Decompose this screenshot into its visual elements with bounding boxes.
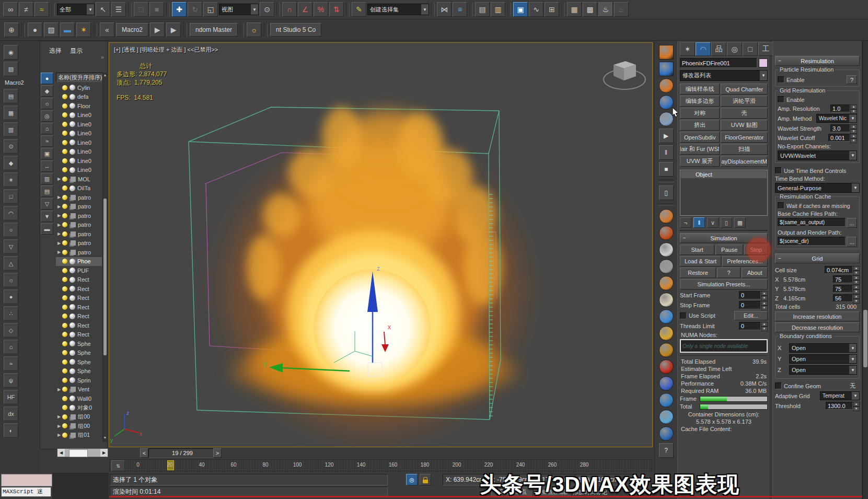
scroll-down-icon[interactable]: ▼ [103, 436, 107, 441]
visibility-bulb-icon[interactable] [62, 177, 67, 182]
left-macro-sphere-icon[interactable]: ● [4, 289, 18, 304]
left-macro-list-icon[interactable]: ▤ [4, 89, 18, 103]
left-macro-dome-icon[interactable]: ◠ [4, 206, 18, 221]
stack-item-object[interactable]: Object [681, 171, 767, 178]
select-by-name-icon[interactable]: ☰ [111, 2, 126, 17]
rollout-resimulation[interactable]: −Resimulation [775, 56, 860, 66]
select-object-icon[interactable]: ↖ [96, 2, 110, 17]
stop-frame-spinner[interactable]: ▲▼ [761, 301, 768, 309]
scroll-up-icon[interactable]: ▲ [103, 73, 107, 78]
base-path-field[interactable]: $(same_as_output) [778, 218, 846, 227]
macro2-button[interactable]: Macro2 [116, 23, 148, 37]
time-slider-field[interactable]: 19 / 299 [148, 448, 216, 458]
display-containers-toggle[interactable]: ▤ [41, 185, 53, 197]
list-item[interactable]: Line0 [56, 166, 102, 175]
pin-stack-icon[interactable]: ¬ [680, 217, 691, 228]
left-macro-image-icon[interactable]: ▧ [4, 62, 18, 76]
phoenix-pause-icon[interactable]: ‖ [659, 145, 674, 160]
unlink-selection-icon[interactable]: ≠ [19, 2, 33, 17]
filter-combo-toggle[interactable]: ▼ [41, 211, 53, 222]
modifier-button[interactable]: OpenSubdiv [680, 132, 720, 143]
filter-toggle[interactable]: ▽ [41, 198, 53, 210]
list-item[interactable]: Sphe [56, 357, 102, 367]
visibility-bulb-icon[interactable] [62, 396, 67, 401]
edit-named-selection-icon[interactable]: ✎ [352, 2, 366, 17]
left-macro-particles-icon[interactable]: ∴ [4, 306, 18, 321]
object-name-field[interactable]: PhoenixFDFire001 [680, 58, 757, 68]
list-item[interactable]: Sprin [56, 376, 102, 385]
visibility-bulb-icon[interactable] [62, 122, 67, 127]
list-item[interactable]: Line0 [56, 129, 102, 138]
select-and-move-icon[interactable]: ✚ [172, 2, 187, 17]
modifier-button[interactable]: UVW 展开 [680, 156, 720, 167]
wavelet-cutoff-spinner[interactable]: ▲▼ [850, 134, 857, 142]
selection-window-icon[interactable]: ■ [149, 2, 164, 17]
bind-to-space-warp-icon[interactable]: ≈ [34, 2, 49, 17]
axis-spinner[interactable]: ▲▼ [853, 285, 860, 293]
spinner-snap-icon[interactable]: ⇅ [329, 2, 344, 17]
visibility-bulb-icon[interactable] [62, 387, 67, 392]
left-macro-target-icon[interactable]: ⊙ [4, 139, 18, 154]
visibility-bulb-icon[interactable] [62, 185, 67, 191]
modifier-button[interactable]: Quad Chamfer [721, 84, 768, 95]
visibility-bulb-icon[interactable] [62, 85, 67, 90]
list-item[interactable]: Sphe [56, 349, 102, 358]
visibility-bulb-icon[interactable] [62, 433, 67, 438]
list-item[interactable]: ▶patro [56, 202, 102, 212]
trackbar-config-icon[interactable]: ⇅ [111, 460, 125, 471]
list-item[interactable]: Line0 [56, 147, 102, 157]
visibility-bulb-icon[interactable] [62, 277, 67, 282]
modifier-button[interactable]: 编辑样条线 [680, 84, 720, 95]
list-item[interactable]: ▶patro [56, 239, 102, 248]
scroll-thumb[interactable] [69, 449, 88, 457]
visibility-bulb-icon[interactable] [62, 213, 67, 218]
sim-pause-button[interactable]: Pause [715, 245, 743, 255]
tab-modify[interactable]: ◠ [696, 42, 711, 56]
visibility-bulb-icon[interactable] [62, 240, 67, 246]
modifier-button[interactable]: UVW 贴图 [721, 120, 768, 131]
list-item[interactable]: ▶patro [56, 229, 102, 239]
list-item[interactable]: Rect [56, 294, 102, 303]
rendered-frame-window-icon[interactable]: ▩ [583, 2, 597, 17]
amp-resolution-field[interactable]: 1.0 [830, 105, 850, 112]
list-item[interactable]: ▶patro [56, 211, 102, 221]
increase-resolution-button[interactable]: Increase resolution [775, 311, 860, 321]
axis-count-field[interactable]: 75 [833, 285, 853, 293]
expand-arrow-icon[interactable]: ▶ [56, 204, 62, 209]
visibility-bulb-icon[interactable] [62, 94, 67, 99]
visibility-bulb-icon[interactable] [62, 140, 67, 145]
left-macro-hand-icon[interactable]: ▽ [4, 239, 18, 254]
phoenix-particles-icon[interactable] [659, 112, 674, 126]
chevron-down-icon[interactable]: ▼ [849, 366, 857, 374]
numa-nodes-field[interactable]: Only a single node available [680, 339, 768, 353]
list-item[interactable]: Line0 [56, 120, 102, 129]
modifier-button[interactable]: 编辑多边形 [680, 96, 720, 107]
out-path-field[interactable]: $(scene_dir) [778, 237, 846, 246]
web-macro-icon[interactable]: ⊕ [4, 22, 19, 37]
visibility-bulb-icon[interactable] [62, 305, 67, 310]
rewind-macro-icon[interactable]: « [100, 22, 114, 37]
list-item[interactable]: ▶组00 [56, 412, 102, 422]
expand-arrow-icon[interactable]: ▶ [56, 414, 62, 419]
use-time-bend-checkbox[interactable] [775, 167, 782, 174]
phoenix-fire-sim-icon[interactable] [659, 45, 674, 60]
script-edit-button[interactable]: Edit... [734, 311, 768, 320]
left-macro-cone-icon[interactable]: △ [4, 256, 18, 271]
display-geometry-toggle[interactable]: ● [41, 73, 53, 84]
rect-selection-region-icon[interactable]: □ [134, 2, 148, 17]
phoenix-fire-ring-icon[interactable] [659, 209, 674, 224]
maxscript-mini-listener[interactable] [1, 474, 52, 486]
phoenix-smoke-icon[interactable] [659, 259, 674, 274]
list-item[interactable]: Cylin [56, 83, 102, 92]
display-xrefs-toggle[interactable]: ↔ [41, 160, 53, 172]
list-item[interactable]: ▶组00 [56, 422, 102, 431]
rollout-grid[interactable]: −Grid [775, 253, 860, 263]
amp-method-dropdown[interactable]: Wavelet Nic▼ [816, 114, 857, 123]
tab-hierarchy[interactable]: 品 [711, 42, 726, 56]
amp-resolution-spinner[interactable]: ▲▼ [850, 105, 857, 112]
select-and-link-icon[interactable]: ∞ [3, 2, 18, 17]
modifier-button[interactable]: 扫描 [721, 144, 768, 155]
left-macro-hf-icon[interactable]: HF [4, 390, 18, 404]
prev-frame-button[interactable]: < [140, 448, 148, 458]
explorer-name-header[interactable]: 名称(按升序排序) [56, 73, 107, 82]
